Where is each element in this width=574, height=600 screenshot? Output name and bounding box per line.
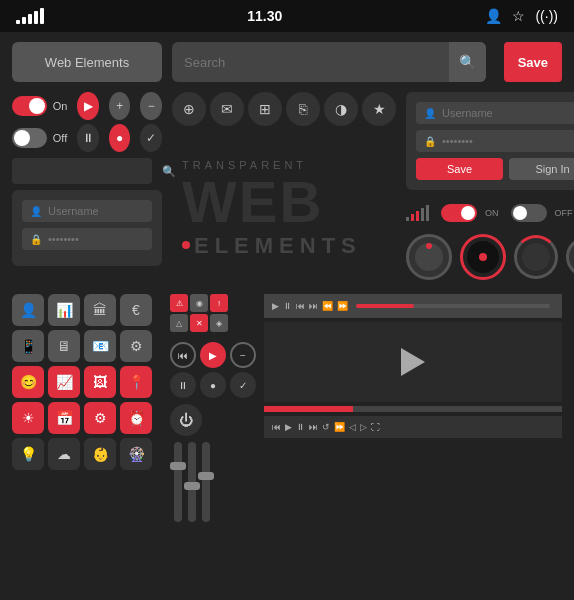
- building-icon-btn[interactable]: 🏛: [84, 294, 116, 326]
- elements-label: ELEMENTS: [194, 233, 362, 259]
- warn1-btn[interactable]: ⚠: [170, 294, 188, 312]
- play-btn[interactable]: ▶: [200, 342, 226, 368]
- chart-icon-btn[interactable]: ◑: [324, 92, 358, 126]
- save-button[interactable]: Save: [504, 42, 562, 82]
- sun-icon-btn[interactable]: ☀: [12, 402, 44, 434]
- warn4-btn[interactable]: △: [170, 314, 188, 332]
- play-button[interactable]: ▶: [77, 92, 99, 120]
- toggle-off[interactable]: [12, 128, 47, 148]
- play-controls: ⏮ ▶ − ⏸ ● ✓: [170, 342, 256, 398]
- pause2-btn[interactable]: ⏸: [170, 372, 196, 398]
- check-button[interactable]: ✓: [140, 124, 162, 152]
- search-input[interactable]: [172, 55, 449, 70]
- fader-2[interactable]: [188, 442, 196, 522]
- globe-icon-btn[interactable]: ⊞: [248, 92, 282, 126]
- toggle-on[interactable]: [12, 96, 47, 116]
- fader-2-handle[interactable]: [184, 482, 200, 490]
- knob-1[interactable]: [406, 234, 452, 280]
- power-btn[interactable]: ⏻: [170, 404, 202, 436]
- login-box-left: 👤 🔒: [12, 190, 162, 266]
- warn3-btn[interactable]: !: [210, 294, 228, 312]
- vcb-vol-up[interactable]: ▷: [360, 422, 367, 432]
- signal-bars: [16, 8, 44, 24]
- video-progress[interactable]: [264, 406, 562, 412]
- vc-rew[interactable]: ⏪: [322, 301, 333, 311]
- rec-button[interactable]: ●: [109, 124, 131, 152]
- prev-btn[interactable]: ⏮: [170, 342, 196, 368]
- pause-button[interactable]: ⏸: [77, 124, 99, 152]
- fader-1-handle[interactable]: [170, 462, 186, 470]
- vc-pause[interactable]: ⏸: [283, 301, 292, 311]
- baby-icon-btn[interactable]: 👶: [84, 438, 116, 470]
- password-field: 🔒: [22, 228, 152, 250]
- search2-input[interactable]: [20, 165, 158, 177]
- vc-ff[interactable]: ⏩: [337, 301, 348, 311]
- photo-icon-btn[interactable]: 🖼: [84, 366, 116, 398]
- signin-button[interactable]: Sign In: [509, 158, 574, 180]
- toggle-right-off[interactable]: [511, 204, 547, 222]
- share-icon-btn[interactable]: ⎘: [286, 92, 320, 126]
- password-input[interactable]: [48, 233, 138, 245]
- minus-button[interactable]: −: [140, 92, 162, 120]
- web-elements-button[interactable]: Web Elements: [12, 42, 162, 82]
- knob-3[interactable]: [514, 235, 558, 279]
- knob-2[interactable]: [460, 234, 506, 280]
- phone-icon-btn[interactable]: 📱: [12, 330, 44, 362]
- vcb-ff[interactable]: ⏩: [334, 422, 345, 432]
- toggle-right-off-knob: [513, 206, 527, 220]
- search-icon-button[interactable]: 🔍: [449, 42, 486, 82]
- steering-icon-btn[interactable]: 🎡: [120, 438, 152, 470]
- password-input-right[interactable]: [442, 135, 532, 147]
- check2-btn[interactable]: ✓: [230, 372, 256, 398]
- mail-icon-btn[interactable]: ✉: [210, 92, 244, 126]
- username-input[interactable]: [48, 205, 138, 217]
- pin-icon-btn[interactable]: 📍: [120, 366, 152, 398]
- user-icon-right: 👤: [424, 108, 436, 119]
- warn2-btn[interactable]: ◉: [190, 294, 208, 312]
- calendar-icon-btn[interactable]: 📅: [48, 402, 80, 434]
- red-dot: [182, 241, 190, 249]
- save-login-button[interactable]: Save: [416, 158, 503, 180]
- mail2-icon-btn[interactable]: 📧: [84, 330, 116, 362]
- toggle-on-label: On: [53, 100, 68, 112]
- vcb-rew[interactable]: ↺: [322, 422, 330, 432]
- plus-button[interactable]: +: [109, 92, 131, 120]
- knob-1-inner: [415, 243, 443, 271]
- target-icon-btn[interactable]: ⊕: [172, 92, 206, 126]
- vcb-pause[interactable]: ⏸: [296, 422, 305, 432]
- toggle-right-on[interactable]: [441, 204, 477, 222]
- username-field-right: 👤: [416, 102, 574, 124]
- chart-bar-icon-btn[interactable]: 📊: [48, 294, 80, 326]
- vc-play[interactable]: ▶: [272, 301, 279, 311]
- toggle-on-row: On ▶ + −: [12, 92, 162, 120]
- monitor-icon-btn[interactable]: 🖥: [48, 330, 80, 362]
- cloud-icon-btn[interactable]: ☁: [48, 438, 80, 470]
- username-input-right[interactable]: [442, 107, 532, 119]
- person-icon-btn[interactable]: 👤: [12, 294, 44, 326]
- star-icon-btn[interactable]: ★: [362, 92, 396, 126]
- lightbulb-icon-btn[interactable]: 💡: [12, 438, 44, 470]
- vcb-vol-down[interactable]: ◁: [349, 422, 356, 432]
- settings2-icon-btn[interactable]: ⚙: [84, 402, 116, 434]
- icon-top-row: 👤 📊 🏛 €: [12, 294, 162, 326]
- fader-3-handle[interactable]: [198, 472, 214, 480]
- euro-icon-btn[interactable]: €: [120, 294, 152, 326]
- vc-next[interactable]: ⏭: [309, 301, 318, 311]
- pp-minus-btn[interactable]: −: [230, 342, 256, 368]
- trend-icon-btn[interactable]: 📈: [48, 366, 80, 398]
- vcb-prev[interactable]: ⏮: [272, 422, 281, 432]
- vcb-fullscreen[interactable]: ⛶: [371, 422, 380, 432]
- rec2-btn[interactable]: ●: [200, 372, 226, 398]
- smile-icon-btn[interactable]: 😊: [12, 366, 44, 398]
- knob-4[interactable]: [566, 237, 574, 277]
- warn6-btn[interactable]: ◈: [210, 314, 228, 332]
- vcb-play[interactable]: ▶: [285, 422, 292, 432]
- vc-prev[interactable]: ⏮: [296, 301, 305, 311]
- fader-1[interactable]: [174, 442, 182, 522]
- warn5-btn[interactable]: ✕: [190, 314, 208, 332]
- video-screen[interactable]: [264, 322, 562, 402]
- gear-icon-btn[interactable]: ⚙: [120, 330, 152, 362]
- fader-3[interactable]: [202, 442, 210, 522]
- vcb-next[interactable]: ⏭: [309, 422, 318, 432]
- alarm-icon-btn[interactable]: ⏰: [120, 402, 152, 434]
